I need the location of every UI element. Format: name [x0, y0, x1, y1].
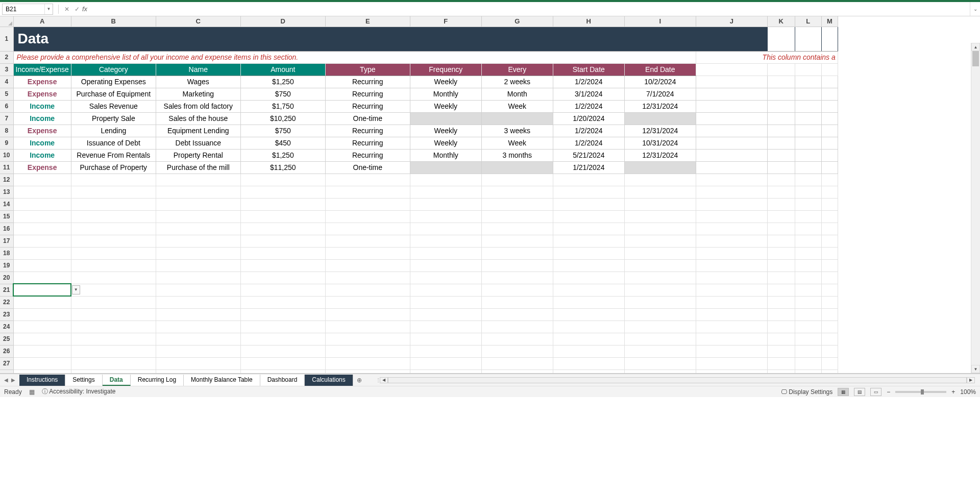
table-cell[interactable]: $750	[240, 125, 325, 137]
sheet-tab[interactable]: Dashboard	[260, 375, 305, 386]
scroll-down-icon[interactable]: ▼	[971, 365, 980, 373]
empty-cell[interactable]	[795, 272, 821, 284]
zoom-in-button[interactable]: +	[951, 388, 955, 396]
table-cell[interactable]: Recurring	[325, 149, 410, 161]
empty-cell[interactable]	[481, 247, 553, 259]
empty-cell[interactable]	[624, 369, 696, 374]
empty-cell[interactable]	[821, 369, 838, 374]
empty-cell[interactable]	[240, 333, 325, 345]
table-header[interactable]: Name	[156, 63, 240, 76]
empty-cell[interactable]	[410, 333, 481, 345]
empty-cell[interactable]	[821, 186, 838, 198]
table-cell[interactable]: 10/2/2024	[624, 76, 696, 88]
empty-cell[interactable]	[821, 284, 838, 296]
empty-cell[interactable]	[696, 333, 767, 345]
empty-cell[interactable]	[795, 369, 821, 374]
empty-cell[interactable]	[553, 198, 624, 210]
empty-cell[interactable]	[795, 321, 821, 333]
vertical-scrollbar[interactable]: ▲ ▼	[971, 43, 980, 373]
empty-cell[interactable]	[71, 345, 156, 357]
empty-cell[interactable]	[156, 357, 240, 369]
empty-cell[interactable]	[71, 259, 156, 272]
empty-cell[interactable]	[481, 321, 553, 333]
zoom-level[interactable]: 100%	[960, 388, 976, 396]
empty-cell[interactable]	[767, 357, 795, 369]
empty-cell[interactable]	[71, 223, 156, 235]
table-cell[interactable]: Weekly	[410, 137, 481, 149]
table-cell[interactable]: $1,250	[240, 149, 325, 161]
empty-cell[interactable]	[325, 198, 410, 210]
empty-cell[interactable]	[821, 308, 838, 321]
table-cell[interactable]: 3/1/2024	[553, 88, 624, 100]
empty-cell[interactable]	[410, 357, 481, 369]
table-cell[interactable]: Month	[481, 88, 553, 100]
empty-cell[interactable]	[156, 198, 240, 210]
empty-cell[interactable]	[240, 247, 325, 259]
empty-cell[interactable]	[624, 223, 696, 235]
empty-cell[interactable]	[767, 174, 795, 186]
empty-cell[interactable]	[13, 296, 71, 308]
zoom-slider[interactable]	[895, 391, 946, 393]
empty-cell[interactable]	[624, 296, 696, 308]
table-cell[interactable]: 10/31/2024	[624, 137, 696, 149]
empty-cell[interactable]	[410, 284, 481, 296]
empty-cell[interactable]	[240, 369, 325, 374]
empty-cell[interactable]	[71, 369, 156, 374]
empty-cell[interactable]	[821, 235, 838, 247]
table-cell[interactable]: Recurring	[325, 100, 410, 112]
empty-cell[interactable]	[481, 357, 553, 369]
table-cell[interactable]: $10,250	[240, 112, 325, 125]
empty-cell[interactable]	[767, 345, 795, 357]
empty-cell[interactable]	[410, 321, 481, 333]
empty-cell[interactable]	[410, 174, 481, 186]
sheet-tab[interactable]: Data	[103, 375, 131, 386]
table-cell[interactable]	[410, 112, 481, 125]
empty-cell[interactable]	[821, 247, 838, 259]
empty-cell[interactable]	[71, 272, 156, 284]
page-break-view-button[interactable]: ▭	[870, 388, 881, 396]
empty-cell[interactable]	[325, 333, 410, 345]
empty-cell[interactable]	[696, 345, 767, 357]
table-header[interactable]: Income/Expense	[13, 63, 71, 76]
empty-cell[interactable]	[795, 308, 821, 321]
empty-cell[interactable]	[553, 272, 624, 284]
empty-cell[interactable]	[795, 333, 821, 345]
empty-cell[interactable]	[795, 284, 821, 296]
empty-cell[interactable]	[553, 247, 624, 259]
normal-view-button[interactable]: ▦	[838, 388, 849, 396]
table-cell[interactable]: Operating Expenses	[71, 76, 156, 88]
column-header[interactable]: F	[410, 16, 481, 27]
empty-cell[interactable]	[767, 235, 795, 247]
empty-cell[interactable]	[481, 272, 553, 284]
table-header[interactable]: Start Date	[553, 63, 624, 76]
empty-cell[interactable]	[240, 210, 325, 223]
name-box[interactable]: B21 ▼	[2, 4, 53, 15]
table-cell[interactable]: 1/21/2024	[553, 161, 624, 174]
empty-cell[interactable]	[325, 247, 410, 259]
table-cell[interactable]	[624, 112, 696, 125]
empty-cell[interactable]	[696, 247, 767, 259]
empty-cell[interactable]	[553, 345, 624, 357]
table-cell[interactable]: 7/1/2024	[624, 88, 696, 100]
empty-cell[interactable]	[624, 321, 696, 333]
empty-cell[interactable]	[553, 186, 624, 198]
column-header[interactable]: B	[71, 16, 156, 27]
empty-cell[interactable]	[325, 272, 410, 284]
table-cell[interactable]: Income	[13, 112, 71, 125]
formula-input[interactable]	[91, 4, 970, 14]
empty-cell[interactable]	[325, 321, 410, 333]
empty-cell[interactable]	[325, 369, 410, 374]
empty-cell[interactable]	[481, 369, 553, 374]
empty-cell[interactable]	[481, 308, 553, 321]
empty-cell[interactable]	[156, 210, 240, 223]
zoom-out-button[interactable]: −	[887, 388, 890, 396]
empty-cell[interactable]	[624, 210, 696, 223]
empty-cell[interactable]	[13, 272, 71, 284]
empty-cell[interactable]	[481, 235, 553, 247]
empty-cell[interactable]	[624, 308, 696, 321]
table-cell[interactable]: Equipment Lending	[156, 125, 240, 137]
empty-cell[interactable]	[240, 296, 325, 308]
empty-cell[interactable]	[553, 333, 624, 345]
table-cell[interactable]: Week	[481, 100, 553, 112]
empty-cell[interactable]	[13, 345, 71, 357]
